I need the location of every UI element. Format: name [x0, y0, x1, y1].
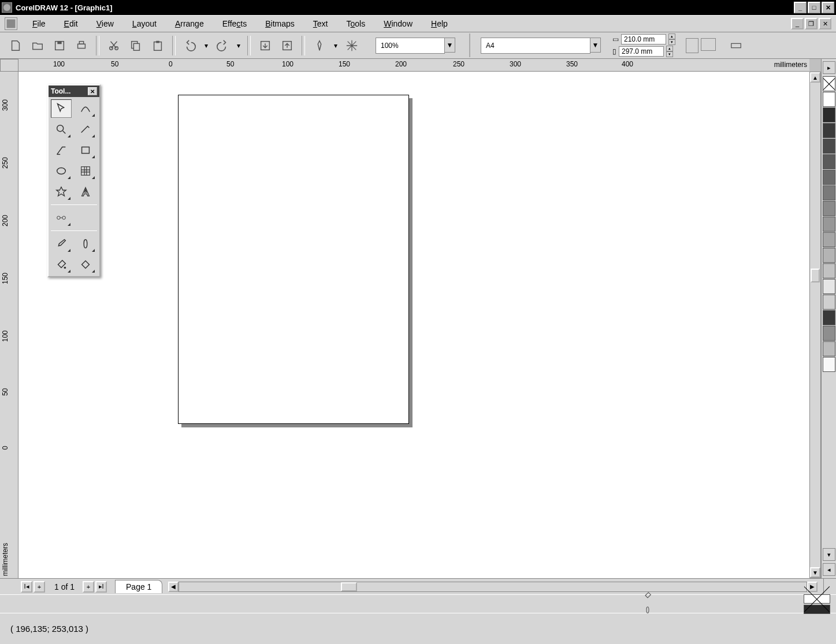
outline-tool-icon[interactable]: [643, 604, 652, 617]
color-swatch[interactable]: [823, 123, 835, 138]
doc-restore-button[interactable]: ❐: [805, 18, 818, 29]
color-swatch[interactable]: [823, 341, 835, 356]
outline-tool[interactable]: [75, 234, 96, 253]
fill-tool-icon[interactable]: [642, 591, 653, 602]
color-swatch[interactable]: [823, 92, 835, 107]
copy-button[interactable]: [126, 36, 146, 55]
zoom-dropdown-arrow[interactable]: ▼: [445, 38, 455, 53]
toolbox-close-button[interactable]: ✕: [88, 87, 97, 95]
menu-text[interactable]: Text: [304, 17, 337, 31]
zoom-tool[interactable]: [51, 120, 72, 139]
hscroll-track[interactable]: [179, 582, 807, 592]
color-swatch[interactable]: [823, 357, 835, 372]
status-fill-swatch[interactable]: [804, 594, 830, 604]
zoom-combo[interactable]: 100% ▼: [370, 38, 455, 54]
menu-bitmaps[interactable]: Bitmaps: [256, 17, 304, 31]
menu-file[interactable]: File: [23, 17, 55, 31]
menu-tools[interactable]: Tools: [337, 17, 375, 31]
color-swatch[interactable]: [823, 295, 835, 310]
app-launcher-dropdown[interactable]: ▾: [332, 36, 340, 55]
color-swatch[interactable]: [823, 232, 835, 247]
eyedropper-tool[interactable]: [51, 234, 72, 253]
fill-tool[interactable]: [51, 255, 72, 274]
app-launcher-button[interactable]: [310, 36, 329, 55]
scroll-left-arrow[interactable]: ◀: [168, 582, 179, 592]
drawing-area[interactable]: Tool... ✕: [18, 72, 809, 578]
import-button[interactable]: [255, 36, 275, 55]
export-button[interactable]: [277, 36, 297, 55]
page-width-input[interactable]: 210.0 mm: [621, 34, 666, 44]
page[interactable]: [178, 95, 409, 424]
undo-button[interactable]: [180, 36, 200, 55]
minimize-button[interactable]: _: [794, 2, 807, 13]
redo-button[interactable]: [213, 36, 232, 55]
ellipse-tool[interactable]: [51, 162, 72, 180]
units-button[interactable]: [726, 36, 746, 55]
interactive-blend-tool[interactable]: [51, 209, 72, 227]
landscape-button[interactable]: [701, 38, 716, 51]
page-tab-1[interactable]: Page 1: [115, 580, 162, 593]
paper-size-dropdown-arrow[interactable]: ▼: [590, 38, 601, 53]
height-spinner[interactable]: ▴▾: [666, 46, 673, 57]
doc-close-button[interactable]: ✕: [819, 18, 831, 29]
menu-help[interactable]: Help: [422, 17, 457, 31]
menu-view[interactable]: View: [87, 17, 123, 31]
color-swatch[interactable]: [823, 201, 835, 216]
horizontal-ruler[interactable]: millimeters 1005005010015020025030035040…: [18, 59, 809, 72]
last-page-button[interactable]: ▸I: [95, 581, 107, 593]
menu-layout[interactable]: Layout: [123, 17, 166, 31]
menu-effects[interactable]: Effects: [213, 17, 257, 31]
horizontal-scrollbar[interactable]: ◀ ▶: [168, 579, 818, 594]
text-tool[interactable]: [75, 183, 96, 201]
ruler-origin[interactable]: [0, 59, 18, 72]
menu-window[interactable]: Window: [374, 17, 422, 31]
cut-button[interactable]: [104, 36, 124, 55]
open-button[interactable]: [28, 36, 47, 55]
corel-online-button[interactable]: [342, 36, 362, 55]
vscroll-thumb[interactable]: [811, 269, 820, 282]
smart-drawing-tool[interactable]: [51, 141, 72, 159]
print-button[interactable]: [72, 36, 91, 55]
new-button[interactable]: [6, 36, 25, 55]
color-swatch[interactable]: [823, 279, 835, 294]
hscroll-thumb[interactable]: [341, 582, 357, 591]
width-spinner[interactable]: ▴▾: [668, 33, 675, 45]
menu-arrange[interactable]: Arrange: [166, 17, 213, 31]
rectangle-tool[interactable]: [75, 141, 96, 159]
vertical-scrollbar[interactable]: ▲ ▼: [809, 72, 821, 578]
toolbox[interactable]: Tool... ✕: [47, 84, 101, 277]
scroll-up-arrow[interactable]: ▲: [810, 72, 820, 83]
graph-paper-tool[interactable]: [75, 162, 96, 180]
color-swatch[interactable]: [823, 185, 835, 200]
color-swatch[interactable]: [823, 248, 835, 263]
palette-options-button[interactable]: ▸: [823, 61, 835, 74]
shape-tool[interactable]: [75, 99, 96, 118]
doc-minimize-button[interactable]: _: [791, 18, 804, 29]
toolbox-titlebar[interactable]: Tool... ✕: [49, 85, 99, 97]
palette-expand[interactable]: ◂: [823, 563, 835, 576]
freehand-tool[interactable]: [75, 120, 96, 139]
paste-button[interactable]: [148, 36, 168, 55]
close-button[interactable]: ✕: [822, 2, 834, 13]
menu-edit[interactable]: Edit: [55, 17, 87, 31]
color-swatch[interactable]: [823, 326, 835, 341]
polygon-tool[interactable]: [51, 183, 72, 201]
color-swatch[interactable]: [823, 107, 835, 122]
palette-scroll-down[interactable]: ▾: [823, 548, 835, 561]
save-button[interactable]: [50, 36, 69, 55]
no-fill-swatch[interactable]: [823, 76, 835, 91]
pick-tool[interactable]: [51, 99, 72, 118]
page-height-input[interactable]: 297.0 mm: [619, 46, 664, 57]
color-swatch[interactable]: [823, 139, 835, 154]
scroll-down-arrow[interactable]: ▼: [810, 567, 820, 578]
portrait-button[interactable]: [686, 38, 698, 53]
color-swatch[interactable]: [823, 170, 835, 185]
color-swatch[interactable]: [823, 154, 835, 169]
maximize-button[interactable]: □: [808, 2, 820, 13]
color-swatch[interactable]: [823, 217, 835, 232]
undo-dropdown[interactable]: ▾: [202, 36, 210, 55]
add-page-after-button[interactable]: +: [83, 581, 94, 593]
paper-size-combo[interactable]: A4 ▼: [481, 38, 601, 54]
add-page-before-button[interactable]: +: [34, 581, 45, 593]
color-swatch[interactable]: [823, 310, 835, 325]
